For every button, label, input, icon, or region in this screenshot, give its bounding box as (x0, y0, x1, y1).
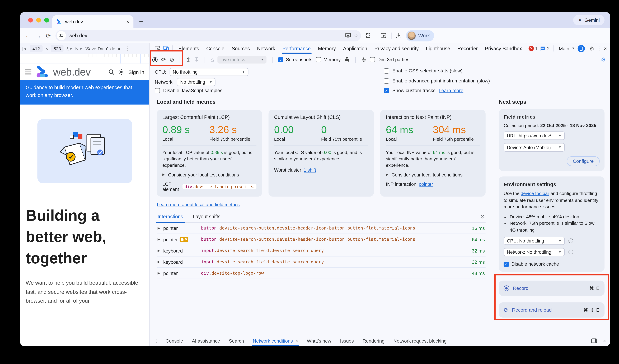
network-throttling-select[interactable]: No throttling▼ (177, 78, 215, 86)
lcp-local-conditions-expander[interactable]: ▶ Consider your local test conditions (162, 172, 256, 177)
address-bar[interactable]: web.dev ☆ (55, 30, 361, 41)
drawer-tab-search[interactable]: Search (225, 335, 248, 346)
configure-button[interactable]: Configure (567, 156, 600, 166)
lcp-element-chip[interactable]: div.devsite-landing-row-ite… (183, 184, 256, 189)
show-custom-tracks-checkbox[interactable]: ✓ Show custom tracks Learn more (384, 88, 463, 93)
tab-application[interactable]: Application (339, 43, 371, 54)
checkbox-icon[interactable] (316, 57, 321, 62)
viewport-height-input[interactable]: 823 (51, 45, 64, 52)
checkbox-icon[interactable] (370, 57, 375, 62)
drawer-tab-network-request-blocking[interactable]: Network request blocking (389, 335, 451, 346)
checkbox-icon[interactable] (384, 78, 389, 83)
tab-interactions[interactable]: Interactions (158, 214, 183, 219)
sign-in-button[interactable]: Sign in (128, 69, 144, 75)
disable-network-cache-checkbox[interactable]: ✓ Disable network cache (504, 261, 600, 267)
device-toolbar-menu-icon[interactable]: ⋮ (125, 45, 130, 52)
checkbox-checked-icon[interactable]: ✓ (384, 88, 389, 93)
env-cpu-select[interactable]: CPU: No throttling▼ (504, 237, 565, 245)
tab-console[interactable]: Console (203, 43, 228, 54)
bookmark-star-icon[interactable]: ☆ (354, 32, 358, 39)
tab-lighthouse[interactable]: Lighthouse (422, 43, 454, 54)
interaction-row[interactable]: ▶ pointer div.devsite-top-logo-row 48 ms (157, 268, 486, 279)
checkbox-checked-icon[interactable]: ✓ (504, 262, 509, 267)
cls-shift-link[interactable]: 1 shift (304, 167, 316, 172)
drawer-close-icon[interactable]: × (603, 337, 606, 344)
memory-checkbox[interactable]: Memory (316, 57, 341, 62)
zoom-select[interactable]: ξ▼ (67, 46, 72, 51)
hamburger-menu-icon[interactable] (25, 70, 31, 74)
expand-triangle-icon[interactable]: ▶ (158, 260, 160, 264)
drawer-tab-issues[interactable]: Issues (336, 335, 358, 346)
advanced-paint-checkbox[interactable]: Enable advanced paint instrumentation (s… (384, 78, 490, 84)
drawer-tab-network-conditions[interactable]: Network conditions× (248, 335, 302, 346)
home-icon[interactable]: ⌂ (211, 56, 214, 63)
search-icon[interactable] (109, 69, 115, 75)
save-profile-icon[interactable]: ↧ (194, 56, 199, 63)
theme-toggle-icon[interactable] (118, 69, 125, 75)
expand-triangle-icon[interactable]: ▶ (158, 238, 160, 241)
env-network-select[interactable]: Network: No throttling▼ (504, 248, 565, 256)
clear-log-icon[interactable]: ⊘ (480, 213, 485, 220)
url-text[interactable]: web.dev (69, 33, 342, 39)
devtools-settings-icon[interactable]: ⚙ (589, 45, 594, 52)
browser-menu-icon[interactable]: ⋮ (438, 32, 444, 39)
custom-tracks-learn-more-link[interactable]: Learn more (439, 88, 464, 93)
extensions-icon[interactable] (365, 32, 371, 39)
tab-close-icon[interactable]: × (126, 18, 129, 25)
tab-recorder[interactable]: Recorder (454, 43, 481, 54)
field-device-select[interactable]: Device: Auto (Mobile)▼ (504, 143, 565, 152)
tab-network[interactable]: Network (253, 43, 279, 54)
devtools-menu-icon[interactable]: ⋮ (596, 45, 602, 52)
css-selector-stats-checkbox[interactable]: Enable CSS selector stats (slow) (384, 68, 463, 74)
checkbox-icon[interactable] (155, 88, 160, 93)
profile-button[interactable]: Work (406, 30, 434, 41)
toggle-panel-icon[interactable] (591, 338, 597, 343)
install-icon[interactable] (345, 33, 351, 38)
tab-privacy-security[interactable]: Privacy and security (371, 43, 422, 54)
close-window-button[interactable] (28, 18, 33, 22)
tab-memory[interactable]: Memory (314, 43, 339, 54)
traffic-lights[interactable] (28, 18, 49, 22)
tab-performance[interactable]: Performance (279, 43, 314, 54)
device-select[interactable]: [▼ (22, 46, 27, 51)
field-url-select[interactable]: URL: https://web.dev/▼ (504, 132, 565, 140)
checkbox-checked-icon[interactable]: ✓ (278, 57, 283, 62)
device-mode-active-icon[interactable] (578, 45, 585, 52)
inp-pointer-link[interactable]: pointer (419, 181, 433, 186)
interaction-row[interactable]: ▶ keyboard input.devsite-search-field.de… (157, 256, 486, 268)
info-icon[interactable]: ⓘ (568, 249, 573, 256)
console-error-badge[interactable]: ✕ 1 (529, 46, 537, 51)
drawer-menu-icon[interactable]: ⋮ (154, 338, 159, 344)
tab-privacy-sandbox[interactable]: Privacy Sandbox (481, 43, 526, 54)
live-metrics-select[interactable]: Live metrics▼ (218, 56, 267, 63)
expand-triangle-icon[interactable]: ▶ (158, 271, 160, 275)
tab-layout-shifts[interactable]: Layout shifts (193, 214, 221, 219)
device-toolbar-link[interactable]: device toolbar (521, 191, 549, 196)
maximize-window-button[interactable] (44, 18, 49, 22)
devtools-close-icon[interactable]: × (604, 45, 607, 52)
learn-more-metrics-link[interactable]: Learn more about local and field metrics (157, 202, 240, 207)
drawer-tab-console[interactable]: Console (161, 335, 187, 346)
minimize-window-button[interactable] (36, 18, 41, 22)
lens-search-icon[interactable] (380, 33, 387, 39)
reload-button[interactable]: ⟳ (46, 32, 51, 39)
garbage-collect-icon[interactable] (344, 57, 350, 62)
inp-local-conditions-expander[interactable]: ▶ Consider your local test conditions (386, 172, 480, 177)
downloads-icon[interactable] (396, 33, 401, 39)
gemini-button[interactable]: ✦ Gemini (573, 15, 605, 25)
interaction-row[interactable]: ▶ pointer button.devsite-search-button.d… (157, 223, 486, 234)
interaction-row[interactable]: ▶ pointerINP button.devsite-search-butto… (157, 234, 486, 245)
expand-triangle-icon[interactable]: ▶ (158, 249, 160, 252)
tab-sources[interactable]: Sources (228, 43, 253, 54)
checkbox-icon[interactable] (384, 68, 389, 73)
drawer-tab-rendering[interactable]: Rendering (358, 335, 389, 346)
dim-3rd-parties-checkbox[interactable]: Dim 3rd parties (370, 57, 409, 62)
drawer-tab-ai-assistance[interactable]: AI assistance (187, 335, 225, 346)
issues-badge[interactable]: 2 (540, 46, 549, 51)
viewport-width-input[interactable]: 412 (30, 45, 42, 52)
load-profile-icon[interactable]: ↥ (186, 56, 191, 63)
throttle-select[interactable]: N▼ (75, 46, 83, 51)
new-tab-button[interactable]: + (139, 18, 143, 26)
site-settings-icon[interactable] (56, 31, 66, 40)
context-selector[interactable]: Main▼ (559, 46, 575, 51)
